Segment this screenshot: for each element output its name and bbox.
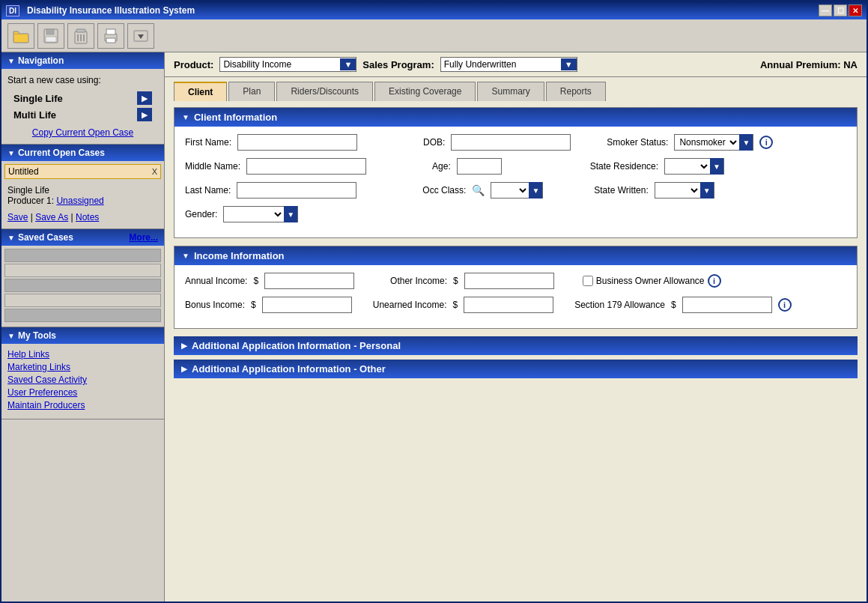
state-written-select[interactable]: [655, 183, 700, 198]
business-owner-label: Business Owner Allowance: [596, 276, 705, 286]
producer-value[interactable]: Unassigned: [56, 196, 103, 206]
sales-dropdown-arrow[interactable]: ▼: [561, 58, 577, 70]
saved-case-activity-link[interactable]: Saved Case Activity: [7, 375, 158, 385]
product-label: Product:: [174, 59, 213, 70]
tab-summary[interactable]: Summary: [477, 82, 544, 101]
close-button[interactable]: ✕: [849, 4, 862, 16]
save-as-link[interactable]: Save As: [35, 212, 68, 222]
other-income-input[interactable]: [464, 273, 554, 289]
product-select[interactable]: ▼: [219, 57, 356, 72]
more-link[interactable]: More...: [129, 232, 158, 243]
state-residence-select[interactable]: [665, 159, 710, 174]
first-name-input[interactable]: [237, 134, 357, 151]
copy-current-case-link[interactable]: Copy Current Open Case: [7, 127, 158, 138]
save-button[interactable]: [37, 23, 64, 49]
maintain-producers-link[interactable]: Maintain Producers: [7, 400, 158, 410]
current-cases-arrow-icon: ▼: [7, 149, 15, 157]
help-links-link[interactable]: Help Links: [7, 349, 158, 360]
dob-label: DOB:: [423, 137, 445, 148]
open-button[interactable]: [7, 23, 34, 49]
additional-personal-section[interactable]: ▶ Additional Application Information - P…: [174, 336, 858, 355]
section-179-input[interactable]: [682, 297, 772, 313]
maximize-button[interactable]: ☐: [834, 4, 847, 16]
single-life-button[interactable]: ▶: [137, 91, 152, 105]
delete-button[interactable]: [67, 23, 94, 49]
app-icon: DI: [6, 5, 19, 16]
start-new-label: Start a new case using:: [7, 75, 158, 85]
multi-life-button[interactable]: ▶: [137, 108, 152, 121]
business-owner-info-icon[interactable]: i: [708, 274, 721, 288]
state-written-arrow[interactable]: ▼: [700, 182, 714, 199]
annual-income-input[interactable]: [264, 273, 354, 289]
case-item[interactable]: Untitled X: [4, 164, 161, 179]
sidebar: ▼ Navigation Start a new case using: Sin…: [1, 52, 165, 602]
notes-link[interactable]: Notes: [76, 212, 99, 222]
gender-select[interactable]: Male Female: [224, 207, 284, 222]
saved-cases-label: Saved Cases: [18, 232, 73, 243]
tab-reports[interactable]: Reports: [546, 82, 606, 101]
business-owner-checkbox[interactable]: [583, 276, 593, 286]
age-input[interactable]: [457, 158, 502, 175]
section-179-info-icon[interactable]: i: [778, 298, 792, 312]
print-button[interactable]: [97, 23, 124, 49]
title-bar: DI Disability Insurance Illustration Sys…: [1, 1, 867, 19]
client-row-2: Middle Name: Age: State Residence: ▼: [185, 158, 846, 175]
separator-2: |: [71, 212, 73, 222]
income-info-arrow-icon: ▼: [182, 252, 189, 260]
gender-wrap[interactable]: Male Female ▼: [223, 206, 298, 222]
product-input[interactable]: [220, 58, 340, 71]
state-residence-arrow[interactable]: ▼: [710, 158, 723, 175]
tabs-bar: Client Plan Riders/Discounts Existing Co…: [165, 77, 867, 101]
tab-client[interactable]: Client: [174, 82, 227, 101]
client-info-body: First Name: DOB: Smoker Status: Nonsmoke…: [174, 127, 857, 237]
smoker-label: Smoker Status:: [607, 137, 668, 148]
export-button[interactable]: [127, 23, 154, 49]
dob-input[interactable]: [451, 134, 571, 151]
smoker-dropdown-arrow[interactable]: ▼: [739, 134, 753, 151]
gender-arrow[interactable]: ▼: [284, 206, 297, 222]
income-row-1: Annual Income: $ Other Income: $ Busines…: [185, 273, 846, 289]
save-links: Save | Save As | Notes: [1, 209, 164, 228]
producer-label: Producer 1:: [7, 196, 54, 206]
first-name-label: First Name:: [185, 137, 231, 148]
occ-class-arrow[interactable]: ▼: [529, 182, 542, 199]
saved-cases-arrow-icon: ▼: [7, 234, 15, 242]
multi-life-row: Multi Life ▶: [7, 108, 158, 121]
unearned-income-currency: $: [452, 300, 458, 310]
occ-class-search-icon[interactable]: 🔍: [472, 184, 485, 196]
tab-existing-coverage[interactable]: Existing Coverage: [374, 82, 476, 101]
saved-case-row-4: [4, 294, 161, 307]
sales-select[interactable]: ▼: [440, 57, 577, 72]
additional-other-section[interactable]: ▶ Additional Application Information - O…: [174, 360, 858, 378]
tab-riders-discounts[interactable]: Riders/Discounts: [276, 82, 373, 101]
occ-class-wrap[interactable]: ▼: [491, 182, 543, 199]
tab-plan[interactable]: Plan: [228, 82, 275, 101]
state-residence-wrap[interactable]: ▼: [664, 158, 724, 175]
unearned-income-input[interactable]: [464, 297, 553, 313]
smoker-select[interactable]: Nonsmoker Smoker: [675, 135, 739, 150]
income-row-2: Bonus Income: $ Unearned Income: $ Secti…: [185, 297, 846, 313]
product-dropdown-arrow[interactable]: ▼: [340, 58, 356, 70]
age-label: Age:: [432, 161, 451, 172]
saved-case-row-3: [4, 279, 161, 292]
last-name-input[interactable]: [237, 182, 356, 199]
saved-cases-rows: [1, 246, 164, 327]
smoker-select-wrap[interactable]: Nonsmoker Smoker ▼: [674, 134, 753, 151]
smoker-info-icon[interactable]: i: [759, 136, 773, 149]
save-link[interactable]: Save: [7, 212, 28, 222]
income-info-body: Annual Income: $ Other Income: $ Busines…: [174, 265, 857, 328]
middle-name-input[interactable]: [246, 158, 366, 175]
content-area: Product: ▼ Sales Program: ▼ Annual Premi…: [165, 52, 867, 602]
marketing-links-link[interactable]: Marketing Links: [7, 362, 158, 372]
minimize-button[interactable]: —: [819, 4, 832, 16]
bonus-income-input[interactable]: [262, 297, 352, 313]
state-written-wrap[interactable]: ▼: [655, 182, 714, 199]
occ-class-select[interactable]: [491, 183, 529, 198]
navigation-content: Start a new case using: Single Life ▶ Mu…: [1, 69, 164, 144]
sales-input[interactable]: [441, 58, 561, 71]
section-179-label: Section 179 Allowance: [574, 300, 665, 310]
my-tools-section: ▼ My Tools Help Links Marketing Links Sa…: [1, 327, 164, 419]
user-preferences-link[interactable]: User Preferences: [7, 387, 158, 398]
case-close-button[interactable]: X: [152, 167, 157, 176]
my-tools-content: Help Links Marketing Links Saved Case Ac…: [1, 344, 164, 419]
